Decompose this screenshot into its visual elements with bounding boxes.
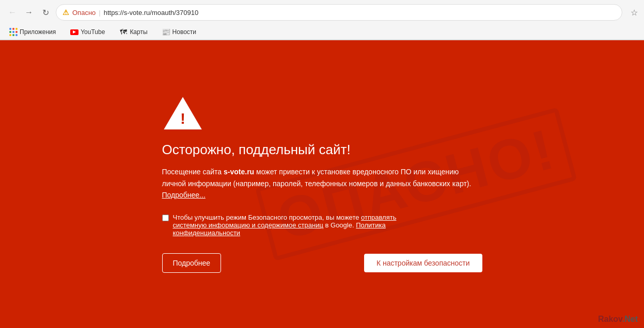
reload-button[interactable]: ↻ [39, 6, 52, 19]
svg-text:!: ! [180, 110, 185, 127]
warning-triangle-icon: ! [162, 95, 203, 132]
browser-content: ОПАСНО! ! Осторожно, поддельный сайт! По… [0, 40, 644, 328]
browser-toolbar: ← → ↻ ⚠ Опасно | https://s-vote.ru/moaut… [0, 0, 644, 25]
warning-body: Посещение сайта s-vote.ru может привести… [162, 166, 482, 201]
safe-browsing-checkbox[interactable] [162, 215, 169, 221]
warning-body-text1: Посещение сайта [162, 168, 224, 176]
safety-settings-button[interactable]: К настройкам безопасности [364, 254, 482, 272]
danger-label: Опасно [72, 9, 96, 17]
bookmark-maps-label: Карты [130, 28, 147, 36]
watermark-rakov: Rakov [598, 315, 622, 323]
checkbox-text1: Чтобы улучшить режим Безопасного просмот… [173, 214, 362, 221]
bookmark-maps[interactable]: 🗺 Карты [116, 27, 150, 37]
checkbox-text2: в Google. [323, 221, 356, 229]
bookmark-news[interactable]: 📰 Новости [159, 27, 199, 37]
bookmark-apps[interactable]: Приложения [6, 27, 59, 37]
bookmark-apps-label: Приложения [20, 28, 56, 36]
checkbox-label: Чтобы улучшить режим Безопасного просмот… [173, 214, 431, 237]
news-icon: 📰 [162, 28, 170, 36]
warning-details-link[interactable]: Подробнее... [162, 191, 206, 199]
bookmarks-bar: Приложения YouTube 🗺 Карты 📰 Новости [0, 25, 644, 40]
bookmark-youtube[interactable]: YouTube [67, 27, 108, 37]
button-row: Подробнее К настройкам безопасности [162, 253, 482, 273]
youtube-icon [70, 28, 78, 36]
maps-icon: 🗺 [119, 28, 128, 36]
site-watermark: Rakov.Net [598, 315, 638, 324]
bookmark-youtube-label: YouTube [81, 28, 105, 36]
warning-icon: ⚠ [62, 8, 69, 17]
apps-grid-icon [9, 28, 18, 36]
watermark-dot-net: .Net [622, 315, 638, 323]
separator: | [99, 9, 100, 17]
warning-title: Осторожно, поддельный сайт! [162, 142, 482, 158]
details-button[interactable]: Подробнее [162, 253, 222, 273]
bookmark-news-label: Новости [172, 28, 196, 36]
address-bar[interactable]: ⚠ Опасно | https://s-vote.ru/moauth/3709… [56, 4, 622, 21]
forward-button[interactable]: → [23, 6, 35, 19]
browser-chrome: ← → ↻ ⚠ Опасно | https://s-vote.ru/moaut… [0, 0, 644, 40]
bookmark-star-button[interactable]: ☆ [631, 8, 638, 18]
url-display: https://s-vote.ru/moauth/370910 [104, 9, 199, 17]
warning-site-name: s-vote.ru [224, 168, 254, 176]
checkbox-row: Чтобы улучшить режим Безопасного просмот… [162, 214, 431, 237]
warning-container: ! Осторожно, поддельный сайт! Посещение … [162, 95, 482, 272]
back-button[interactable]: ← [6, 6, 19, 19]
